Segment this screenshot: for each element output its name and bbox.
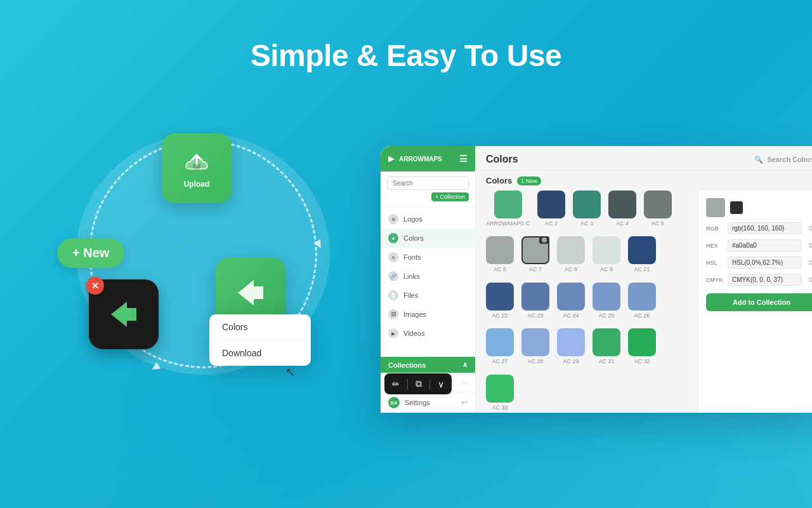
sidebar-item-videos[interactable]: ▶ Videos — [381, 324, 475, 343]
color-label-ac2: AC 2 — [545, 220, 558, 227]
sidebar-header: ▶ ARROWMAPS ☰ — [381, 146, 475, 171]
links-icon: 🔗 — [388, 271, 398, 281]
color-item-ac32[interactable]: AC 32 — [628, 328, 656, 366]
color-detail-panel: RGB rgb(160, 160, 160) ⧉ HEX #a0a0a0 ⧉ H… — [698, 190, 812, 413]
sidebar-brand-icon: ▶ — [388, 154, 394, 163]
color-item-ac28[interactable]: AC 28 — [521, 328, 549, 366]
add-to-collection-btn[interactable]: Add to Collection — [706, 293, 812, 311]
rgb-field-row: RGB rgb(160, 160, 160) ⧉ — [706, 222, 812, 234]
color-label-ac1: ARROWMAPS C — [486, 220, 530, 227]
sidebar-item-links[interactable]: 🔗 Links — [381, 267, 475, 286]
detail-dark-swatch[interactable] — [730, 201, 743, 214]
toolbar-divider — [407, 379, 408, 389]
search-colors-area[interactable]: 🔍 Search Colors — [754, 156, 812, 164]
logout-icon[interactable]: ↩ — [461, 398, 468, 407]
color-swatch-ac3 — [573, 190, 601, 218]
color-label-ac26: AC 26 — [634, 312, 650, 319]
brand-kit-menu-icon[interactable]: ··· — [462, 379, 468, 386]
upload-card[interactable]: Upload — [162, 133, 232, 203]
sidebar: ▶ ARROWMAPS ☰ + Collection ⊕ Logos ● Col… — [381, 146, 476, 413]
color-label-ac29: AC 29 — [563, 358, 579, 364]
color-item-ac4[interactable]: AC 4 — [608, 190, 636, 229]
color-label-ac23: AC 23 — [527, 312, 543, 319]
search-colors-placeholder: Search Colors — [767, 156, 812, 163]
detail-main-swatch[interactable] — [706, 198, 725, 217]
sidebar-search-area: + Collection — [381, 171, 475, 207]
color-item-ac33[interactable]: AC 33 — [486, 375, 514, 413]
sidebar-menu-icon[interactable]: ☰ — [459, 154, 468, 164]
hsl-copy-btn[interactable]: ⧉ — [806, 257, 812, 269]
color-label-ac28: AC 28 — [527, 358, 543, 364]
color-item-ac27[interactable]: AC 27 — [486, 328, 514, 366]
color-item-ac2[interactable]: AC 2 — [537, 190, 565, 229]
hsl-value[interactable]: HSL(0,0%,62.7%) — [728, 257, 802, 269]
color-item-selected[interactable]: AC 7 — [521, 236, 549, 274]
settings-label: Settings — [405, 399, 430, 406]
sidebar-links-label: Links — [403, 272, 420, 280]
color-swatch-ac23 — [521, 283, 549, 311]
hex-value[interactable]: #a0a0a0 — [728, 239, 802, 251]
color-item-ac3[interactable]: AC 3 — [573, 190, 601, 229]
close-badge[interactable]: ✕ — [86, 277, 104, 295]
copy-button[interactable]: ⧉ — [413, 376, 424, 392]
color-swatch-ac33 — [486, 375, 514, 403]
sidebar-item-logos[interactable]: ⊕ Logos — [381, 210, 475, 229]
rgb-value[interactable]: rgb(160, 160, 160) — [728, 222, 802, 234]
color-item-ac26[interactable]: AC 26 — [628, 283, 656, 321]
color-swatch-ac21 — [628, 236, 656, 264]
collections-label: Collections — [388, 361, 426, 369]
colors-icon: ● — [388, 233, 398, 243]
add-to-collection-menu-item[interactable]: Colors — [209, 314, 311, 340]
color-item-ac9[interactable]: AC 9 — [593, 236, 620, 274]
cursor-icon: ↖ — [285, 365, 295, 379]
cmyk-value[interactable]: CMYK(0, 0, 0, 37) — [728, 274, 802, 286]
svg-rect-0 — [193, 164, 200, 169]
color-item-ac1[interactable]: ARROWMAPS C — [486, 190, 530, 229]
color-item-ac6[interactable]: AC 6 — [486, 236, 514, 274]
cmyk-copy-btn[interactable]: ⧉ — [806, 274, 812, 286]
app-window: ▶ ARROWMAPS ☰ + Collection ⊕ Logos ● Col… — [381, 146, 812, 413]
download-menu-item[interactable]: Download — [209, 340, 311, 366]
hex-label: HEX — [706, 243, 724, 249]
color-label-sel: AC 7 — [529, 266, 542, 272]
main-content: Colors 🔍 Search Colors Colors 1 New ARRO… — [476, 146, 812, 413]
color-swatch-ac24 — [557, 283, 585, 311]
collections-collapse-icon[interactable]: ∧ — [462, 361, 468, 369]
expand-button[interactable]: ∨ — [435, 377, 447, 392]
color-item-ac25[interactable]: AC 25 — [593, 283, 620, 321]
sidebar-item-images[interactable]: 🖼 Images — [381, 305, 475, 324]
color-item-ac8[interactable]: AC 8 — [557, 236, 585, 274]
color-item-ac5[interactable]: AC 5 — [644, 190, 672, 229]
sidebar-search-input[interactable] — [387, 177, 469, 190]
color-swatch-ac6 — [486, 236, 514, 264]
colors-page-header: Colors 🔍 Search Colors — [476, 146, 812, 171]
rgb-label: RGB — [706, 225, 724, 232]
color-label-ac5: AC 5 — [652, 220, 664, 227]
sidebar-item-colors[interactable]: ● Colors — [381, 229, 475, 248]
logos-icon: ⊕ — [388, 214, 398, 224]
rgb-copy-btn[interactable]: ⧉ — [806, 223, 812, 234]
color-label-ac6: AC 6 — [494, 266, 506, 272]
new-button[interactable]: + New — [57, 238, 124, 268]
color-item-ac29[interactable]: AC 29 — [557, 328, 585, 366]
color-item-ac23[interactable]: AC 23 — [521, 283, 549, 321]
color-label-ac9: AC 9 — [600, 266, 613, 272]
color-swatch-ac27 — [486, 328, 514, 356]
sidebar-nav: ⊕ Logos ● Colors A Fonts 🔗 Links 📄 Files… — [381, 207, 475, 357]
sidebar-item-files[interactable]: 📄 Files — [381, 286, 475, 305]
color-item-ac31[interactable]: AC 31 — [593, 328, 620, 366]
hsl-label: HSL — [706, 260, 724, 266]
cmyk-field-row: CMYK CMYK(0, 0, 0, 37) ⧉ — [706, 274, 812, 286]
sidebar-item-fonts[interactable]: A Fonts — [381, 248, 475, 267]
collection-button[interactable]: + Collection — [431, 192, 469, 201]
sidebar-item-settings[interactable]: BA Settings ↩ — [381, 392, 475, 413]
left-illustration: ▶ ▶ ▶ + New Upload ✏ ⧉ ∨ — [38, 127, 393, 419]
color-label-ac3: AC 3 — [580, 220, 593, 227]
color-item-ac22[interactable]: AC 22 — [486, 283, 514, 321]
hex-copy-btn[interactable]: ⧉ — [806, 240, 812, 251]
color-label-ac25: AC 25 — [598, 312, 614, 319]
color-item-ac21[interactable]: AC 21 — [628, 236, 656, 274]
color-item-ac24[interactable]: AC 24 — [557, 283, 585, 321]
edit-button[interactable]: ✏ — [390, 377, 402, 392]
upload-cloud-icon — [184, 149, 209, 177]
